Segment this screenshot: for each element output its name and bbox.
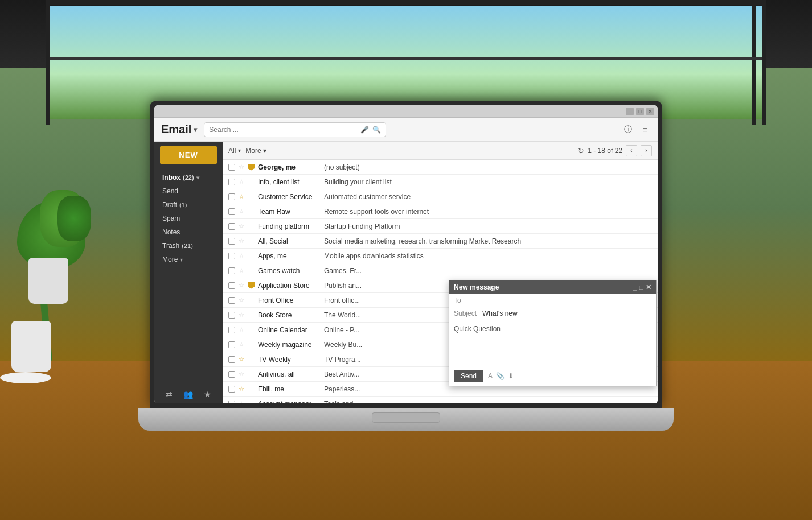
search-input[interactable] bbox=[209, 126, 357, 134]
email-checkbox[interactable] bbox=[228, 282, 235, 289]
email-flag bbox=[248, 164, 255, 171]
email-checkbox[interactable] bbox=[228, 312, 235, 319]
sidebar-inbox-label: Inbox bbox=[162, 174, 181, 181]
email-star[interactable]: ☆ bbox=[239, 193, 244, 200]
sidebar-more-label: More bbox=[162, 255, 178, 263]
laptop-base bbox=[138, 408, 674, 431]
email-checkbox[interactable] bbox=[228, 223, 235, 230]
email-checkbox[interactable] bbox=[228, 179, 235, 185]
email-checkbox[interactable] bbox=[228, 327, 235, 333]
sidebar-item-more[interactable]: More ▾ bbox=[154, 253, 223, 266]
email-row[interactable]: ☆Team RawRemote support tools over inter… bbox=[223, 204, 658, 219]
email-checkbox[interactable] bbox=[228, 371, 235, 378]
compose-header: New message _ □ ✕ bbox=[449, 280, 656, 294]
email-star[interactable]: ☆ bbox=[239, 400, 244, 403]
email-sender: Games watch bbox=[258, 267, 321, 275]
contacts-icon[interactable]: 👥 bbox=[183, 390, 193, 399]
email-flag bbox=[248, 312, 255, 319]
email-flag bbox=[248, 386, 255, 393]
email-subject: Mobile apps downloads statistics bbox=[324, 252, 652, 260]
refresh-icon[interactable]: ↻ bbox=[577, 146, 584, 155]
email-star[interactable]: ☆ bbox=[239, 222, 244, 230]
email-checkbox[interactable] bbox=[228, 386, 235, 393]
email-checkbox[interactable] bbox=[228, 401, 235, 404]
email-checkbox[interactable] bbox=[228, 341, 235, 348]
email-row[interactable]: ☆Funding platformStartup Funding Platfor… bbox=[223, 219, 658, 234]
sidebar-item-inbox[interactable]: Inbox (22) ▾ bbox=[154, 171, 223, 184]
compose-body[interactable]: Quick Question bbox=[449, 320, 656, 366]
compose-close-button[interactable]: ✕ bbox=[646, 283, 651, 291]
maximize-button[interactable]: □ bbox=[636, 108, 644, 115]
compose-title: New message bbox=[454, 283, 499, 291]
email-row[interactable]: ☆Info, client listBuilding your client l… bbox=[223, 175, 658, 189]
sidebar-item-notes[interactable]: Notes bbox=[154, 225, 223, 239]
email-star[interactable]: ☆ bbox=[239, 296, 244, 304]
email-star[interactable]: ☆ bbox=[239, 267, 244, 274]
menu-icon[interactable]: ≡ bbox=[639, 124, 651, 135]
email-checkbox[interactable] bbox=[228, 267, 235, 274]
settings-icon[interactable]: ⇄ bbox=[166, 390, 173, 399]
sidebar-item-trash[interactable]: Trash (21) bbox=[154, 239, 223, 253]
email-star[interactable]: ☆ bbox=[239, 163, 244, 171]
app-title: Email ▾ bbox=[161, 123, 197, 136]
email-star[interactable]: ☆ bbox=[239, 341, 244, 348]
email-row[interactable]: ☆George, me(no subject) bbox=[223, 160, 658, 175]
sidebar-item-spam[interactable]: Spam bbox=[154, 212, 223, 225]
email-star[interactable]: ☆ bbox=[239, 385, 244, 393]
email-row[interactable]: ☆All, SocialSocial media marketing, rese… bbox=[223, 234, 658, 249]
email-star[interactable]: ☆ bbox=[239, 208, 244, 215]
mic-icon[interactable]: 🎤 bbox=[360, 126, 369, 134]
more-options-icon[interactable]: ⬇ bbox=[508, 372, 514, 380]
email-star[interactable]: ☆ bbox=[239, 282, 244, 289]
email-checkbox[interactable] bbox=[228, 238, 235, 245]
sidebar-item-send[interactable]: Send bbox=[154, 184, 223, 198]
search-bar[interactable]: 🎤 🔍 bbox=[204, 122, 386, 137]
attachment-icon[interactable]: 📎 bbox=[496, 372, 505, 380]
email-row[interactable]: ☆Customer ServiceAutomated customer serv… bbox=[223, 189, 658, 204]
email-row[interactable]: ☆Account managerTools and... bbox=[223, 397, 658, 403]
email-checkbox[interactable] bbox=[228, 164, 235, 171]
email-checkbox[interactable] bbox=[228, 208, 235, 215]
minimize-button[interactable]: _ bbox=[626, 108, 634, 115]
app-title-arrow[interactable]: ▾ bbox=[194, 126, 197, 134]
email-star[interactable]: ☆ bbox=[239, 370, 244, 378]
email-star[interactable]: ☆ bbox=[239, 326, 244, 333]
sidebar-nav: Inbox (22) ▾ Send Draft (1) Spam bbox=[154, 168, 223, 385]
email-flag bbox=[248, 327, 255, 333]
sidebar-item-draft[interactable]: Draft (1) bbox=[154, 198, 223, 212]
compose-minimize-button[interactable]: _ bbox=[633, 283, 637, 291]
email-star[interactable]: ☆ bbox=[239, 356, 244, 363]
email-subject: Automated customer service bbox=[324, 193, 652, 201]
trackpad[interactable] bbox=[372, 412, 440, 423]
email-row[interactable]: ☆Games watchGames, Fr... bbox=[223, 263, 658, 278]
email-checkbox[interactable] bbox=[228, 253, 235, 259]
more-dropdown[interactable]: More ▾ bbox=[245, 147, 266, 155]
select-all-dropdown[interactable]: All ▾ bbox=[228, 147, 241, 155]
search-icon[interactable]: 🔍 bbox=[372, 126, 381, 134]
compose-subject-input[interactable] bbox=[482, 309, 651, 317]
prev-page-button[interactable]: ‹ bbox=[626, 145, 637, 156]
email-star[interactable]: ☆ bbox=[239, 237, 244, 245]
header-icons: ⓘ ≡ bbox=[622, 124, 651, 135]
email-flag bbox=[248, 371, 255, 378]
email-star[interactable]: ☆ bbox=[239, 311, 244, 319]
email-row[interactable]: ☆Apps, meMobile apps downloads statistic… bbox=[223, 249, 658, 263]
email-checkbox[interactable] bbox=[228, 297, 235, 304]
compose-header-buttons: _ □ ✕ bbox=[633, 283, 651, 291]
email-star[interactable]: ☆ bbox=[239, 252, 244, 259]
favorites-icon[interactable]: ★ bbox=[204, 390, 211, 399]
more-arrow: ▾ bbox=[263, 147, 266, 155]
next-page-button[interactable]: › bbox=[641, 145, 652, 156]
sidebar-send-label: Send bbox=[162, 187, 178, 195]
compose-send-button[interactable]: Send bbox=[454, 370, 483, 382]
new-button[interactable]: NEW bbox=[160, 146, 217, 164]
compose-maximize-button[interactable]: □ bbox=[639, 283, 643, 291]
pagination-controls: ↻ 1 - 18 of 22 ‹ › bbox=[577, 145, 652, 156]
email-checkbox[interactable] bbox=[228, 193, 235, 200]
close-button[interactable]: ✕ bbox=[646, 108, 654, 115]
email-checkbox[interactable] bbox=[228, 356, 235, 363]
info-icon[interactable]: ⓘ bbox=[622, 124, 634, 135]
font-icon[interactable]: A bbox=[488, 372, 493, 380]
email-star[interactable]: ☆ bbox=[239, 178, 244, 185]
compose-to-input[interactable] bbox=[482, 296, 651, 304]
